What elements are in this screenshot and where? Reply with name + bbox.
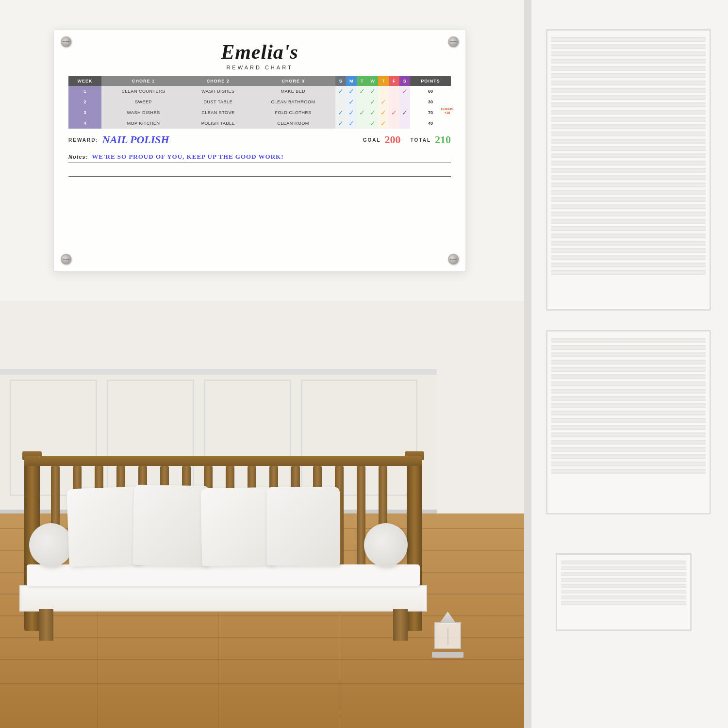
day-w-row2: ✓	[367, 97, 378, 107]
week-3: 3	[68, 107, 101, 118]
chore2-row4: POLISH TABLE	[185, 118, 251, 129]
room-background: Emelia's REWARD CHART WEEK CHORE 1 CHORE…	[0, 0, 728, 728]
day-s2-row4	[399, 118, 410, 129]
notes-text: WE'RE SO PROUD OF YOU, KEEP UP THE GOOD …	[92, 153, 283, 161]
pillow-back-4	[267, 487, 340, 565]
notes-line-1: Notes: WE'RE SO PROUD OF YOU, KEEP UP TH…	[68, 153, 451, 163]
day-t1-row1: ✓	[357, 86, 367, 97]
bonus-points: BONUS+10	[441, 107, 453, 115]
day-s1-row4: ✓	[335, 118, 346, 129]
header-day-s1: S	[335, 76, 346, 86]
pillow-left-round	[29, 523, 73, 567]
day-f-row1	[389, 86, 399, 97]
chore2-row3: CLEAN STOVE	[185, 107, 251, 118]
day-t1-row2	[357, 97, 367, 107]
bench	[24, 456, 422, 641]
day-t2-row3: ✓	[378, 107, 389, 118]
board-title: Emelia's	[54, 40, 465, 64]
bench-top-rail	[24, 456, 422, 466]
day-t1-row3: ✓	[357, 107, 367, 118]
day-m-row3: ✓	[346, 107, 357, 118]
day-m-row4: ✓	[346, 118, 357, 129]
chore3-row2: CLEAN BATHROOM	[251, 97, 336, 107]
floor-plank	[0, 683, 534, 684]
screw-bottom-right	[448, 254, 459, 265]
header-chore2: CHORE 2	[185, 76, 251, 86]
week-1: 1	[68, 86, 101, 97]
day-w-row3: ✓	[367, 107, 378, 118]
lantern	[432, 612, 463, 658]
day-s2-row1: ✓	[399, 86, 410, 97]
table-row: 3 WASH DISHES CLEAN STOVE FOLD CLOTHES ✓…	[68, 107, 451, 118]
header-week: WEEK	[68, 76, 101, 86]
chore1-row4: MOP KITCHEN	[101, 118, 185, 129]
points-row1: 60	[410, 86, 451, 97]
day-w-row4: ✓	[367, 118, 378, 129]
reward-chart-board: Emelia's REWARD CHART WEEK CHORE 1 CHORE…	[53, 29, 466, 272]
header-day-s2: S	[399, 76, 410, 86]
bench-leg	[39, 609, 53, 641]
day-m-row2: ✓	[346, 97, 357, 107]
goal-total-section: GOAL 200 TOTAL 210	[363, 133, 451, 146]
chore2-row1: WASH DISHES	[185, 86, 251, 97]
wainscoting-top-rail	[0, 369, 437, 375]
week-4: 4	[68, 118, 101, 129]
screw-top-right	[448, 36, 459, 47]
shutter-lower	[546, 330, 711, 514]
header-day-t2: T	[378, 76, 389, 86]
chore2-row2: DUST TABLE	[185, 97, 251, 107]
pillow-back-1	[66, 486, 142, 566]
day-t2-row2: ✓	[378, 97, 389, 107]
day-t2-row4: ✓	[378, 118, 389, 129]
day-s1-row2	[335, 97, 346, 107]
table-row: 2 SWEEP DUST TABLE CLEAN BATHROOM ✓ ✓ ✓ …	[68, 97, 451, 107]
day-f-row2	[389, 97, 399, 107]
chore3-row1: MAKE BED	[251, 86, 336, 97]
day-f-row3: ✓	[389, 107, 399, 118]
header-day-w: W	[367, 76, 378, 86]
bench-seat	[19, 585, 427, 612]
day-s2-row3: ✓	[399, 107, 410, 118]
day-m-row1: ✓	[346, 86, 357, 97]
total-value: 210	[435, 133, 451, 146]
day-t2-row1	[378, 86, 389, 97]
reward-section: REWARD: NAIL POLISH GOAL 200 TOTAL 210	[68, 133, 451, 146]
header-chore3: CHORE 3	[251, 76, 336, 86]
points-row4: 40	[410, 118, 451, 129]
day-s2-row2	[399, 97, 410, 107]
bench-cushion	[27, 564, 420, 586]
table-row: 1 CLEAN COUNTERS WASH DISHES MAKE BED ✓ …	[68, 86, 451, 97]
reward-label: REWARD:	[68, 137, 99, 143]
chore1-row3: WASH DISHES	[101, 107, 185, 118]
header-points: POINTS	[410, 76, 451, 86]
goal-label: GOAL	[363, 137, 381, 143]
reward-value: NAIL POLISH	[102, 133, 169, 146]
door-area	[524, 0, 728, 728]
day-w-row1: ✓	[367, 86, 378, 97]
points-row3: 70 BONUS+10	[410, 107, 451, 118]
screw-top-left	[61, 36, 71, 47]
goal-value: 200	[385, 133, 401, 146]
header-day-m: M	[346, 76, 357, 86]
door-frame	[524, 0, 728, 728]
pillow-right-round	[364, 523, 408, 567]
header-day-t1: T	[357, 76, 367, 86]
board-subtitle: REWARD CHART	[54, 65, 465, 70]
chore1-row1: CLEAN COUNTERS	[101, 86, 185, 97]
bench-leg	[393, 609, 408, 641]
lantern-body	[434, 622, 461, 649]
floor-plank	[0, 659, 534, 660]
lantern-base	[432, 652, 463, 658]
chore3-row4: CLEAN ROOM	[251, 118, 336, 129]
table-row: 4 MOP KITCHEN POLISH TABLE CLEAN ROOM ✓ …	[68, 118, 451, 129]
header-day-f: F	[389, 76, 399, 86]
notes-line-2	[68, 167, 451, 177]
notes-section: Notes: WE'RE SO PROUD OF YOU, KEEP UP TH…	[68, 153, 451, 177]
day-s1-row3: ✓	[335, 107, 346, 118]
chore-chart-table: WEEK CHORE 1 CHORE 2 CHORE 3 S M T W T F…	[68, 76, 451, 129]
door-register	[556, 553, 692, 631]
points-row2: 30	[410, 97, 451, 107]
shutter-upper	[546, 29, 711, 311]
day-t1-row4	[357, 118, 367, 129]
day-s1-row1: ✓	[335, 86, 346, 97]
